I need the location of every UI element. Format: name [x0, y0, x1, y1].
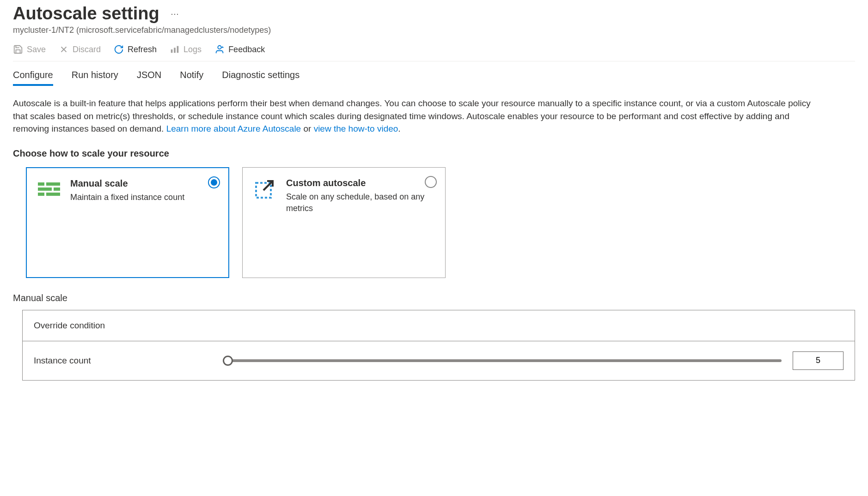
how-to-video-link[interactable]: view the how-to video: [314, 124, 398, 133]
instance-count-label: Instance count: [34, 356, 209, 366]
learn-more-link[interactable]: Learn more about Azure Autoscale: [166, 124, 301, 133]
tab-notify[interactable]: Notify: [180, 70, 203, 86]
discard-button: Discard: [59, 44, 101, 54]
toolbar: Save Discard Refresh Logs Feedback: [13, 44, 855, 61]
refresh-icon: [114, 44, 124, 54]
logs-button: Logs: [170, 44, 202, 54]
custom-autoscale-radio[interactable]: [425, 176, 437, 188]
manual-scale-heading: Manual scale: [13, 293, 855, 303]
svg-rect-4: [177, 46, 179, 53]
manual-scale-card[interactable]: Manual scale Maintain a fixed instance c…: [26, 167, 229, 278]
manual-scale-title: Manual scale: [70, 178, 219, 189]
desc-part-3: .: [398, 124, 400, 133]
discard-label: Discard: [73, 45, 101, 54]
refresh-button[interactable]: Refresh: [114, 44, 157, 54]
feedback-label: Feedback: [228, 45, 265, 54]
slider-thumb[interactable]: [223, 356, 233, 366]
custom-autoscale-desc: Scale on any schedule, based on any metr…: [286, 191, 436, 214]
tab-diagnostic[interactable]: Diagnostic settings: [222, 70, 300, 86]
custom-autoscale-icon: [252, 178, 278, 200]
instance-count-slider[interactable]: [228, 359, 782, 362]
save-icon: [13, 44, 23, 54]
more-icon[interactable]: ⋯: [171, 9, 179, 19]
instance-count-row: Instance count: [23, 341, 855, 380]
logs-icon: [170, 44, 180, 54]
description-text: Autoscale is a built-in feature that hel…: [13, 97, 826, 135]
instance-count-input[interactable]: [793, 351, 844, 370]
tab-configure[interactable]: Configure: [13, 70, 53, 86]
manual-scale-desc: Maintain a fixed instance count: [70, 192, 219, 203]
scale-cards: Manual scale Maintain a fixed instance c…: [26, 167, 855, 278]
save-button: Save: [13, 44, 46, 54]
override-condition-label: Override condition: [34, 321, 209, 331]
svg-rect-2: [171, 49, 173, 53]
manual-scale-radio[interactable]: [208, 176, 220, 188]
tab-json[interactable]: JSON: [137, 70, 161, 86]
save-label: Save: [27, 45, 46, 54]
tab-bar: Configure Run history JSON Notify Diagno…: [13, 70, 855, 86]
discard-icon: [59, 44, 69, 54]
resource-path: mycluster-1/NT2 (microsoft.servicefabric…: [13, 25, 855, 35]
override-condition-row: Override condition: [23, 310, 855, 341]
svg-rect-3: [174, 48, 176, 53]
feedback-button[interactable]: Feedback: [214, 44, 265, 54]
manual-scale-panel: Override condition Instance count: [22, 310, 855, 381]
logs-label: Logs: [183, 45, 202, 54]
scale-section-heading: Choose how to scale your resource: [13, 148, 855, 159]
page-title: Autoscale setting: [13, 4, 159, 24]
manual-scale-icon: [36, 178, 62, 200]
tab-run-history[interactable]: Run history: [72, 70, 118, 86]
desc-part-1: Autoscale is a built-in feature that hel…: [13, 98, 811, 133]
svg-point-5: [218, 46, 221, 49]
refresh-label: Refresh: [128, 45, 157, 54]
feedback-icon: [214, 44, 225, 54]
desc-part-2: or: [301, 124, 313, 133]
custom-autoscale-title: Custom autoscale: [286, 178, 436, 188]
custom-autoscale-card[interactable]: Custom autoscale Scale on any schedule, …: [242, 167, 446, 278]
